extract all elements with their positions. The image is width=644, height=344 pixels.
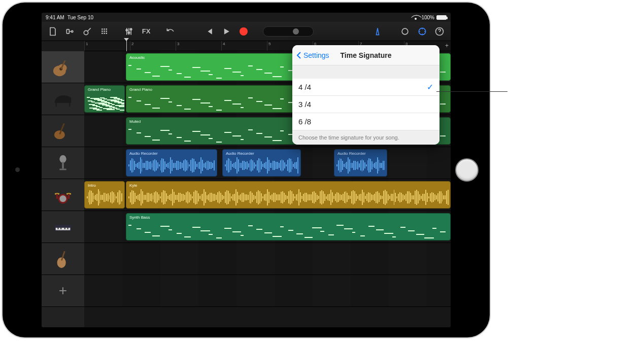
help-button[interactable] <box>431 24 448 39</box>
svg-point-1 <box>72 30 73 32</box>
instrument-button[interactable] <box>79 24 95 39</box>
grand-piano-icon <box>51 88 75 110</box>
region[interactable]: Audio Recorder <box>334 149 387 177</box>
region[interactable]: Kyle <box>126 181 451 209</box>
track-header-grand-piano[interactable] <box>42 83 84 115</box>
svg-rect-40 <box>67 228 69 229</box>
microphone-icon <box>51 152 75 174</box>
region-label: Audio Recorder <box>337 151 366 156</box>
svg-rect-34 <box>68 194 70 199</box>
acoustic-guitar-icon <box>51 56 75 78</box>
svg-rect-37 <box>58 228 59 229</box>
lane[interactable]: Synth Bass <box>84 211 451 243</box>
battery-icon <box>436 15 447 20</box>
track-header-drums[interactable] <box>42 179 84 211</box>
ruler-measure: 5 <box>268 42 270 46</box>
svg-rect-3 <box>101 28 103 30</box>
metronome-button[interactable] <box>369 24 386 39</box>
keyboard-synth-icon <box>51 216 75 237</box>
track-header-acoustic-guitar[interactable] <box>42 51 84 83</box>
add-track-button[interactable]: + <box>42 275 84 307</box>
browser-button[interactable] <box>62 24 78 39</box>
svg-rect-33 <box>56 194 58 199</box>
track-header-synth[interactable] <box>42 211 84 243</box>
loop-button[interactable] <box>397 24 413 39</box>
svg-rect-23 <box>69 103 70 107</box>
svg-rect-38 <box>60 228 61 229</box>
time-signature-popover: Settings Time Signature 4 /4✓3 /46 /8 Ch… <box>292 45 439 145</box>
wifi-icon <box>413 15 419 20</box>
record-icon <box>240 27 248 36</box>
region-label: Kyle <box>129 183 138 188</box>
svg-rect-27 <box>62 162 64 168</box>
settings-button[interactable] <box>414 24 430 39</box>
check-icon: ✓ <box>427 82 433 92</box>
svg-rect-22 <box>56 103 57 107</box>
svg-rect-28 <box>59 168 66 170</box>
svg-rect-10 <box>104 32 105 34</box>
region-label: Audio Recorder <box>226 151 254 156</box>
grid-button[interactable] <box>96 24 113 39</box>
ruler-measure: 4 <box>223 42 225 46</box>
ruler-measure: 2 <box>131 42 133 46</box>
ipad-frame: 9:41 AM Tue Sep 10 100% <box>3 3 490 337</box>
time-signature-option[interactable]: 4 /4✓ <box>292 79 439 96</box>
track-header-pipa[interactable] <box>42 243 84 275</box>
svg-rect-5 <box>106 28 108 30</box>
home-button[interactable] <box>455 158 479 182</box>
region-label: Grand Piano <box>129 87 152 92</box>
position-slider[interactable] <box>263 26 314 37</box>
popover-header: Settings Time Signature <box>292 45 439 65</box>
popover-title: Time Signature <box>341 51 392 59</box>
svg-rect-6 <box>101 30 103 32</box>
popover-options: 4 /4✓3 /46 /8 <box>292 79 439 130</box>
region-label: Synth Bass <box>129 215 150 220</box>
lane[interactable] <box>84 275 451 307</box>
mixer-button[interactable] <box>121 24 137 39</box>
my-songs-button[interactable] <box>45 24 61 39</box>
option-label: 4 /4 <box>298 83 311 91</box>
region[interactable]: Synth Bass <box>126 213 451 240</box>
svg-rect-8 <box>106 30 108 32</box>
go-to-beginning-button[interactable] <box>201 24 217 39</box>
lane[interactable]: IntroKyle <box>84 179 451 211</box>
play-button[interactable] <box>218 24 234 39</box>
region[interactable]: Audio Recorder <box>222 149 301 177</box>
bass-guitar-icon <box>51 120 75 142</box>
svg-rect-0 <box>66 29 69 33</box>
region-label: Intro <box>88 183 96 188</box>
region-label: Muted <box>129 119 141 124</box>
add-section-button[interactable]: + <box>445 42 449 49</box>
popover-footer: Choose the time signature for your song. <box>292 130 439 145</box>
record-button[interactable] <box>235 24 252 39</box>
callout-line <box>436 91 507 92</box>
popover-back-button[interactable]: Settings <box>296 51 329 59</box>
option-label: 3 /4 <box>298 100 311 109</box>
svg-point-30 <box>59 195 66 202</box>
status-time: 9:41 AM <box>46 15 64 20</box>
lane[interactable] <box>84 243 451 275</box>
time-signature-option[interactable]: 6 /8 <box>292 113 439 130</box>
status-bar: 9:41 AM Tue Sep 10 100% <box>42 13 451 22</box>
svg-rect-11 <box>106 32 108 34</box>
region[interactable]: Audio Recorder <box>126 149 217 177</box>
lane[interactable]: Audio RecorderAudio RecorderAudio Record… <box>84 147 451 179</box>
svg-rect-9 <box>101 32 103 34</box>
pipa-icon <box>51 248 75 269</box>
svg-point-26 <box>59 155 66 163</box>
fx-button[interactable]: FX <box>138 24 154 39</box>
drum-kit-icon <box>51 184 75 205</box>
position-knob[interactable] <box>293 28 299 35</box>
region[interactable]: Intro <box>84 181 125 209</box>
track-header-bass-guitar[interactable] <box>42 115 84 147</box>
battery-pct: 100% <box>421 15 434 20</box>
svg-point-12 <box>126 29 127 30</box>
status-date: Tue Sep 10 <box>67 15 93 20</box>
svg-point-13 <box>128 31 129 33</box>
track-headers: + <box>42 51 84 327</box>
undo-button[interactable] <box>162 24 179 39</box>
region[interactable]: Grand Piano <box>84 85 125 113</box>
ruler-measure: 3 <box>177 42 179 46</box>
time-signature-option[interactable]: 3 /4 <box>292 96 439 113</box>
track-header-microphone[interactable] <box>42 147 84 179</box>
